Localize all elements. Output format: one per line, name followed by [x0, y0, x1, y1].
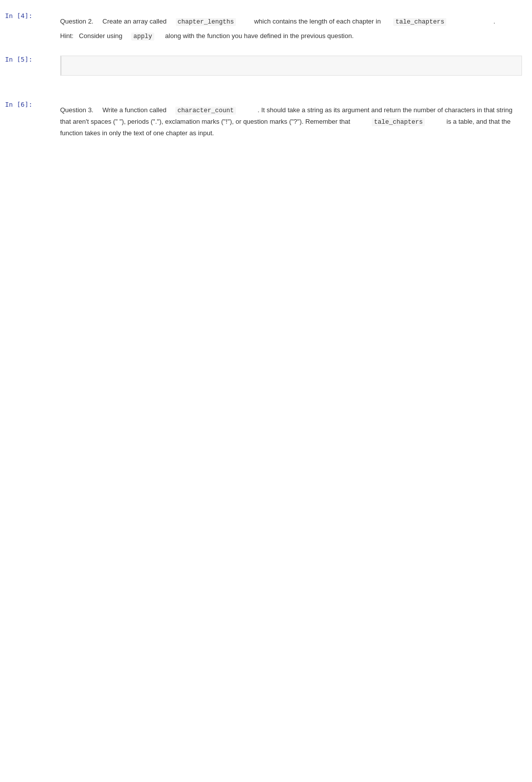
q3-intro: Write a function called: [103, 106, 167, 114]
q2-end: .: [493, 18, 495, 25]
q3-code1: character_count: [175, 107, 236, 115]
question-2-text: Question 2. Create an array called chapt…: [60, 16, 522, 28]
question-3-text: Question 3. Write a function called char…: [60, 105, 522, 139]
cell-6: In [6]: Question 3. Write a function cal…: [0, 99, 532, 145]
cell-6-label: In [6]:: [0, 99, 40, 108]
cell-4-text: Question 2. Create an array called chapt…: [60, 12, 522, 47]
cell-5: In [5]:: [0, 54, 532, 94]
q2-code1: chapter_lengths: [176, 18, 236, 26]
cell-5-label: In [5]:: [0, 54, 40, 63]
hint-rest: along with the function you have defined…: [165, 32, 354, 40]
q3-number: Question 3.: [60, 106, 94, 114]
cell-5-input[interactable]: [60, 56, 522, 76]
q2-code2: tale_chapters: [393, 18, 446, 26]
q2-middle: which contains the length of each chapte…: [254, 18, 381, 25]
hint-consider: Consider using: [79, 32, 123, 40]
cell-6-content: Question 3. Write a function called char…: [40, 99, 532, 145]
cell-6-text: Question 3. Write a function called char…: [60, 101, 522, 143]
cell-4-label: In [4]:: [0, 10, 40, 20]
notebook-container: In [4]: Question 2. Create an array call…: [0, 0, 532, 160]
cell-5-content: [40, 54, 532, 78]
q2-intro: Create an array called: [103, 18, 167, 25]
hint-2-text: Hint: Consider using apply along with th…: [60, 31, 522, 42]
q2-number: Question 2.: [60, 18, 94, 25]
cell-4-content: Question 2. Create an array called chapt…: [40, 10, 532, 49]
q3-code2: tale_chapters: [372, 118, 425, 126]
hint-code: apply: [131, 33, 154, 41]
cell-4: In [4]: Question 2. Create an array call…: [0, 10, 532, 49]
hint-intro: Hint:: [60, 32, 74, 40]
